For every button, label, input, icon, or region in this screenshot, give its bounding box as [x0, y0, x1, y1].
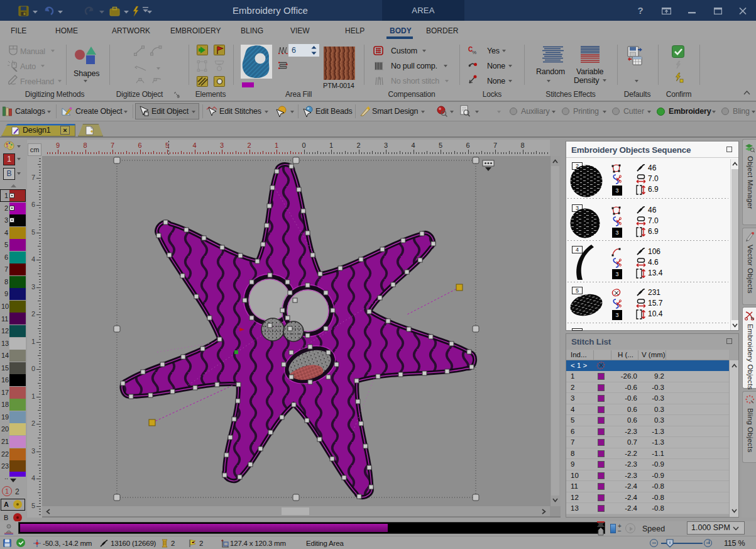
- svg-text:%: %: [472, 50, 476, 55]
